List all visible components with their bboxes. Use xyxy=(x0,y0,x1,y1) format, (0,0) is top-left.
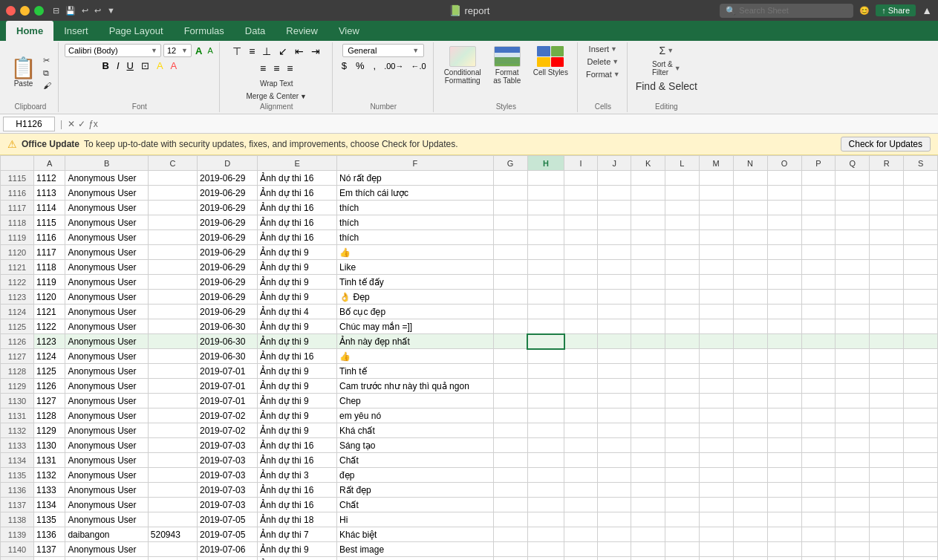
copy-button[interactable]: ⧉ xyxy=(41,68,53,79)
cell-j[interactable] xyxy=(598,394,631,408)
cell-b[interactable]: Anonymous User xyxy=(65,171,148,186)
cell-e[interactable]: Ảnh dự thi 9 xyxy=(258,423,337,438)
cell-m[interactable] xyxy=(699,245,733,260)
check-updates-button[interactable]: Check for Updates xyxy=(841,137,931,152)
confirm-formula-icon[interactable]: ✓ xyxy=(78,119,85,129)
cell-f[interactable]: 👍 xyxy=(337,349,493,364)
cell-m[interactable] xyxy=(699,334,733,349)
cell-e[interactable]: Ảnh dự thi 16 xyxy=(258,171,337,186)
cell-j[interactable] xyxy=(598,527,631,542)
cell-g[interactable] xyxy=(493,171,527,186)
col-header-m[interactable]: M xyxy=(699,156,733,171)
cell-l[interactable] xyxy=(665,201,699,215)
cell-a[interactable]: 1123 xyxy=(34,334,65,349)
row-number[interactable]: 1115 xyxy=(1,171,34,186)
cell-o[interactable] xyxy=(767,468,801,483)
cell-p[interactable] xyxy=(801,394,836,408)
cell-q[interactable] xyxy=(836,483,870,498)
cell-d[interactable]: 2019-07-01 xyxy=(198,379,258,394)
cell-p[interactable] xyxy=(801,557,836,561)
cell-r[interactable] xyxy=(870,201,904,215)
cell-f[interactable]: Tinh tế xyxy=(337,364,493,379)
cell-m[interactable] xyxy=(699,438,733,453)
cell-a[interactable]: 1129 xyxy=(34,423,65,438)
cell-a[interactable]: 1134 xyxy=(34,498,65,512)
cell-j[interactable] xyxy=(598,171,631,186)
cell-k[interactable] xyxy=(631,468,665,483)
cell-h[interactable] xyxy=(527,275,564,290)
cell-j[interactable] xyxy=(598,408,631,423)
cell-g[interactable] xyxy=(493,275,527,290)
cell-l[interactable] xyxy=(665,275,699,290)
cell-m[interactable] xyxy=(699,230,733,245)
cell-e[interactable]: Ảnh dự thi 16 xyxy=(258,186,337,201)
cell-q[interactable] xyxy=(836,498,870,512)
cell-r[interactable] xyxy=(870,527,904,542)
cell-h[interactable] xyxy=(527,364,564,379)
cell-f[interactable]: Chất xyxy=(337,498,493,512)
font-grow-button[interactable]: A xyxy=(194,45,203,57)
cell-g[interactable] xyxy=(493,201,527,215)
cell-r[interactable] xyxy=(870,186,904,201)
cell-r[interactable] xyxy=(870,319,904,334)
cell-j[interactable] xyxy=(598,364,631,379)
col-header-f[interactable]: F xyxy=(337,156,493,171)
cancel-formula-icon[interactable]: ✕ xyxy=(68,119,75,129)
row-number[interactable]: 1134 xyxy=(1,453,34,468)
cell-b[interactable]: Anonymous User xyxy=(65,408,148,423)
cell-j[interactable] xyxy=(598,230,631,245)
cell-o[interactable] xyxy=(767,275,801,290)
cell-o[interactable] xyxy=(767,542,801,557)
cell-a[interactable]: 1136 xyxy=(34,527,65,542)
cell-o[interactable] xyxy=(767,349,801,364)
cell-q[interactable] xyxy=(836,527,870,542)
col-header-q[interactable]: Q xyxy=(836,156,870,171)
row-number[interactable]: 1121 xyxy=(1,260,34,275)
cell-o[interactable] xyxy=(767,379,801,394)
cell-n[interactable] xyxy=(733,290,767,305)
cell-q[interactable] xyxy=(836,275,870,290)
row-number[interactable]: 1135 xyxy=(1,468,34,483)
indent-increase-button[interactable]: ⇥ xyxy=(308,44,323,59)
cell-g[interactable] xyxy=(493,438,527,453)
cell-p[interactable] xyxy=(801,527,836,542)
cell-a[interactable]: 1125 xyxy=(34,364,65,379)
cell-b[interactable]: Anonymous User xyxy=(65,245,148,260)
cell-a[interactable]: 1120 xyxy=(34,290,65,305)
col-header-k[interactable]: K xyxy=(631,156,665,171)
col-header-a[interactable]: A xyxy=(34,156,65,171)
cell-j[interactable] xyxy=(598,483,631,498)
cell-j[interactable] xyxy=(598,186,631,201)
cell-j[interactable] xyxy=(598,379,631,394)
cell-s[interactable] xyxy=(904,319,938,334)
row-number[interactable]: 1117 xyxy=(1,201,34,215)
cell-p[interactable] xyxy=(801,379,836,394)
formula-input[interactable] xyxy=(101,117,935,131)
merge-center-button[interactable]: Merge & Center ▼ xyxy=(244,91,309,101)
cell-e[interactable]: Ảnh dự thi 7 xyxy=(258,527,337,542)
cell-s[interactable] xyxy=(904,438,938,453)
cell-e[interactable]: Ảnh dự thi 3 xyxy=(258,468,337,483)
cell-f[interactable]: Chep xyxy=(337,394,493,408)
cell-l[interactable] xyxy=(665,260,699,275)
cell-o[interactable] xyxy=(767,483,801,498)
cell-j[interactable] xyxy=(598,319,631,334)
cell-n[interactable] xyxy=(733,483,767,498)
cell-c[interactable] xyxy=(148,290,197,305)
sidebar-icon[interactable]: ⊟ xyxy=(53,6,59,16)
cell-b[interactable]: Anonymous User xyxy=(65,364,148,379)
save-icon[interactable]: 💾 xyxy=(65,6,76,16)
cell-n[interactable] xyxy=(733,423,767,438)
cell-s[interactable] xyxy=(904,453,938,468)
cell-l[interactable] xyxy=(665,498,699,512)
cell-b[interactable]: Anonymous User xyxy=(65,230,148,245)
cell-a[interactable]: 1127 xyxy=(34,394,65,408)
cell-h[interactable] xyxy=(527,542,564,557)
cell-r[interactable] xyxy=(870,394,904,408)
cell-r[interactable] xyxy=(870,215,904,230)
text-direction-button[interactable]: ↙ xyxy=(276,44,290,59)
cell-r[interactable] xyxy=(870,438,904,453)
cell-k[interactable] xyxy=(631,527,665,542)
cell-a[interactable]: 1115 xyxy=(34,215,65,230)
cell-e[interactable]: Ảnh dự thi 9 xyxy=(258,290,337,305)
